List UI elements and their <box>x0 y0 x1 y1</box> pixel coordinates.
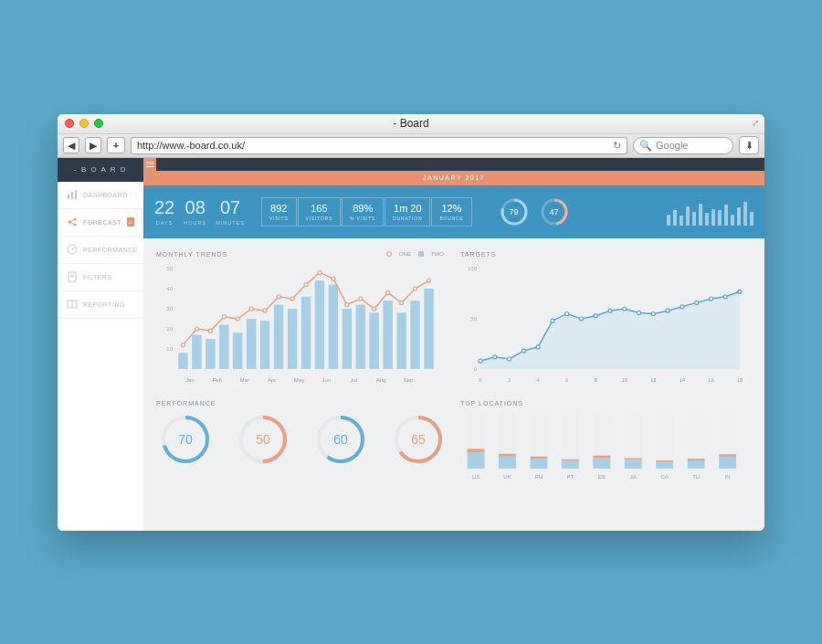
legend: ONE TWO <box>386 251 444 257</box>
svg-text:ES: ES <box>598 474 606 480</box>
svg-rect-25 <box>206 339 215 369</box>
svg-rect-138 <box>688 414 705 459</box>
sparkline <box>667 198 754 226</box>
performance-card: PERFORMANCE 70506065 <box>156 400 448 465</box>
svg-text:May: May <box>294 377 304 383</box>
days-value: 22 <box>154 197 174 218</box>
svg-text:10: 10 <box>621 377 627 383</box>
svg-text:PT: PT <box>567 474 574 480</box>
svg-text:16: 16 <box>708 377 714 383</box>
svg-rect-135 <box>656 460 673 462</box>
forward-button[interactable]: ▶ <box>85 137 101 153</box>
svg-text:CA: CA <box>661 474 669 480</box>
gauge: 47 <box>540 197 569 227</box>
gauge: 79 <box>500 197 529 227</box>
svg-point-56 <box>373 307 376 311</box>
svg-text:Jun: Jun <box>322 377 332 383</box>
sidebar-item-dashboard[interactable]: DASHBOARD <box>58 182 143 209</box>
legend-one-label: ONE <box>399 251 411 257</box>
sidebar-item-label: DASHBOARD <box>83 192 128 198</box>
sidebar-item-filters[interactable]: FILTERS <box>58 264 143 291</box>
metric: 1m 20DURATION <box>385 197 430 227</box>
metrics-group: 892VISITS165VISITORS89%% VISITS1m 20DURA… <box>261 197 472 227</box>
svg-rect-115 <box>499 453 516 456</box>
svg-line-9 <box>72 248 75 249</box>
search-field[interactable]: 🔍Google <box>633 137 733 154</box>
svg-point-45 <box>222 314 226 318</box>
reload-icon[interactable]: ↻ <box>613 140 621 152</box>
svg-rect-142 <box>719 414 736 454</box>
legend-two-label: TWO <box>431 251 444 257</box>
sidebar-item-performance[interactable]: PERFORMANCE <box>58 237 143 264</box>
performance-row: 70506065 <box>156 414 448 465</box>
menu-icon[interactable] <box>143 158 156 171</box>
sidebar-item-label: FORECAST <box>83 219 121 226</box>
sidebar-item-reporting[interactable]: REPORTING <box>58 291 143 319</box>
svg-rect-36 <box>356 304 365 368</box>
svg-rect-116 <box>499 456 516 468</box>
svg-point-87 <box>565 311 569 315</box>
chart-bar-icon <box>67 189 78 200</box>
brand-logo: - B O A R D <box>58 158 143 182</box>
search-placeholder: Google <box>656 140 688 151</box>
svg-text:18: 18 <box>737 377 743 383</box>
targets-chart: 050100024681012141618 <box>460 265 743 384</box>
svg-rect-144 <box>719 456 736 468</box>
hours-label: HOURS <box>184 220 206 226</box>
svg-point-50 <box>290 297 294 301</box>
performance-gauge: 70 <box>160 414 211 465</box>
url-bar[interactable]: http://www.-board.co.uk/↻ <box>131 137 627 154</box>
svg-point-49 <box>277 294 280 298</box>
gauges: 7947 <box>500 197 569 227</box>
new-tab-button[interactable]: + <box>107 137 125 153</box>
svg-rect-41 <box>424 289 433 369</box>
svg-text:IN: IN <box>725 474 731 480</box>
svg-point-48 <box>263 309 267 312</box>
gauge-icon <box>67 244 78 255</box>
svg-rect-123 <box>562 459 579 460</box>
legend-one-swatch <box>386 251 392 257</box>
svg-text:Feb: Feb <box>213 377 223 383</box>
svg-text:4: 4 <box>536 377 540 383</box>
minutes-value: 07 <box>216 197 245 218</box>
svg-text:2: 2 <box>508 377 511 383</box>
svg-rect-28 <box>247 319 256 369</box>
sidebar-item-forecast[interactable]: FORECAST 2 <box>58 209 143 237</box>
svg-text:100: 100 <box>468 266 478 271</box>
svg-text:12: 12 <box>650 377 657 383</box>
svg-rect-0 <box>68 195 69 199</box>
svg-rect-34 <box>329 284 338 368</box>
svg-text:Sep: Sep <box>404 377 414 383</box>
download-button[interactable]: ⬇ <box>739 136 759 154</box>
svg-rect-40 <box>410 301 419 369</box>
svg-point-97 <box>709 297 712 301</box>
svg-text:JA: JA <box>630 474 637 480</box>
legend-two-swatch <box>418 251 424 257</box>
panels: MONTHLY TRENDS ONE TWO 1020304050JanFebM… <box>143 238 764 531</box>
svg-point-82 <box>493 354 497 358</box>
fullscreen-icon[interactable]: ⤢ <box>752 118 759 128</box>
svg-rect-24 <box>192 334 201 368</box>
top-dark-bar <box>143 158 764 171</box>
countdown: 22DAYS 08HOURS 07MINUTES <box>154 197 245 226</box>
svg-point-86 <box>551 319 554 322</box>
svg-line-6 <box>69 219 75 222</box>
metric: 892VISITS <box>261 197 297 227</box>
minutes-label: MINUTES <box>216 220 245 226</box>
svg-text:14: 14 <box>680 377 686 383</box>
svg-point-93 <box>651 311 655 315</box>
svg-rect-39 <box>396 312 406 369</box>
svg-point-85 <box>536 344 540 348</box>
svg-rect-29 <box>260 321 269 369</box>
svg-rect-128 <box>593 458 610 469</box>
svg-point-96 <box>695 301 699 304</box>
svg-point-44 <box>208 329 212 333</box>
back-button[interactable]: ◀ <box>63 137 79 153</box>
svg-rect-143 <box>719 454 736 456</box>
window-title: - Board <box>58 117 764 130</box>
svg-rect-38 <box>383 301 392 369</box>
filter-icon <box>67 271 78 282</box>
svg-text:8: 8 <box>595 377 598 383</box>
metric: 12%BOUNCE <box>431 197 471 227</box>
days-label: DAYS <box>154 220 174 226</box>
